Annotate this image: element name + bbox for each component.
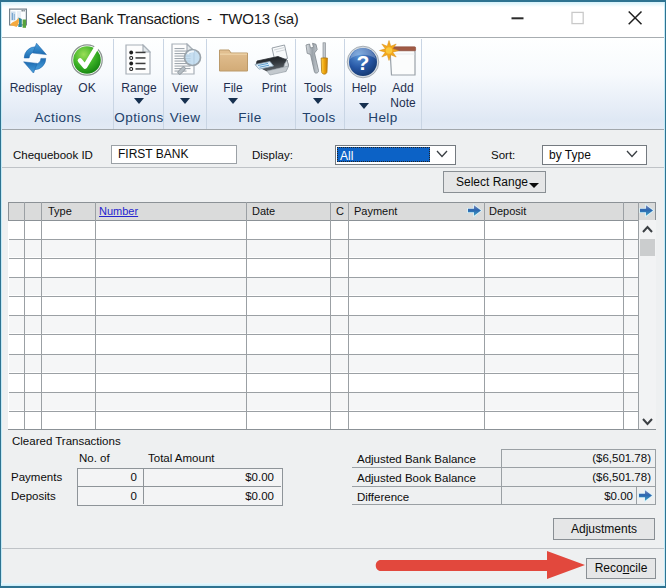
svg-text:?: ? <box>357 51 370 74</box>
